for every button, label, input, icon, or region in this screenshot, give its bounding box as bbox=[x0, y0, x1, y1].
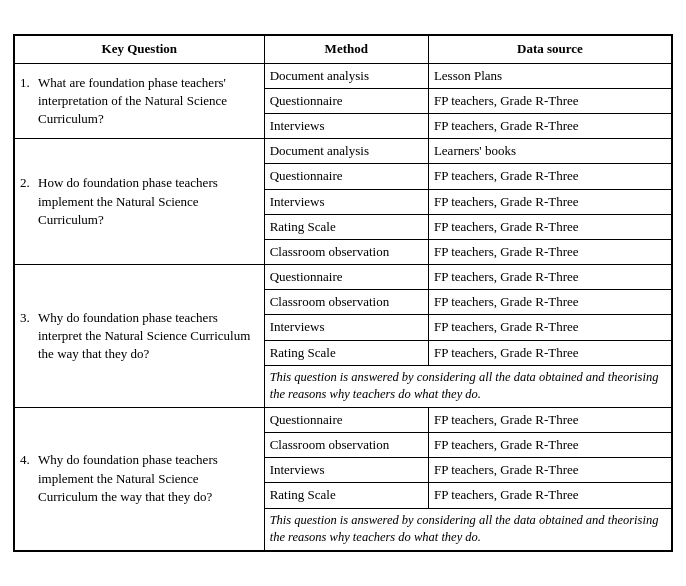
method-cell: Document analysis bbox=[264, 63, 428, 88]
header-key-question: Key Question bbox=[15, 36, 265, 63]
source-cell: FP teachers, Grade R-Three bbox=[428, 433, 671, 458]
source-cell: FP teachers, Grade R-Three bbox=[428, 189, 671, 214]
header-method: Method bbox=[264, 36, 428, 63]
method-cell: Questionnaire bbox=[264, 265, 428, 290]
source-cell: FP teachers, Grade R-Three bbox=[428, 340, 671, 365]
method-cell: Questionnaire bbox=[264, 407, 428, 432]
method-cell: Interviews bbox=[264, 113, 428, 138]
source-cell: Lesson Plans bbox=[428, 63, 671, 88]
method-cell: Classroom observation bbox=[264, 290, 428, 315]
source-cell: FP teachers, Grade R-Three bbox=[428, 214, 671, 239]
main-table-wrapper: Key Question Method Data source 1.What a… bbox=[13, 34, 673, 551]
source-cell: FP teachers, Grade R-Three bbox=[428, 88, 671, 113]
note-cell: This question is answered by considering… bbox=[264, 365, 671, 407]
method-cell: Rating Scale bbox=[264, 340, 428, 365]
source-cell: FP teachers, Grade R-Three bbox=[428, 483, 671, 508]
method-cell: Interviews bbox=[264, 458, 428, 483]
source-cell: FP teachers, Grade R-Three bbox=[428, 407, 671, 432]
table-row: 4.Why do foundation phase teachers imple… bbox=[15, 407, 672, 432]
method-cell: Questionnaire bbox=[264, 164, 428, 189]
key-question-4: 4.Why do foundation phase teachers imple… bbox=[15, 407, 265, 550]
source-cell: FP teachers, Grade R-Three bbox=[428, 290, 671, 315]
note-cell: This question is answered by considering… bbox=[264, 508, 671, 550]
method-cell: Classroom observation bbox=[264, 239, 428, 264]
table-row: 3.Why do foundation phase teachers inter… bbox=[15, 265, 672, 290]
method-cell: Rating Scale bbox=[264, 483, 428, 508]
source-cell: FP teachers, Grade R-Three bbox=[428, 164, 671, 189]
source-cell: FP teachers, Grade R-Three bbox=[428, 265, 671, 290]
source-cell: FP teachers, Grade R-Three bbox=[428, 239, 671, 264]
table-row: 1.What are foundation phase teachers' in… bbox=[15, 63, 672, 88]
key-question-3: 3.Why do foundation phase teachers inter… bbox=[15, 265, 265, 408]
method-cell: Document analysis bbox=[264, 139, 428, 164]
header-data-source: Data source bbox=[428, 36, 671, 63]
source-cell: Learners' books bbox=[428, 139, 671, 164]
source-cell: FP teachers, Grade R-Three bbox=[428, 458, 671, 483]
key-question-1: 1.What are foundation phase teachers' in… bbox=[15, 63, 265, 139]
method-cell: Questionnaire bbox=[264, 88, 428, 113]
method-cell: Interviews bbox=[264, 189, 428, 214]
source-cell: FP teachers, Grade R-Three bbox=[428, 315, 671, 340]
method-cell: Interviews bbox=[264, 315, 428, 340]
table-row: 2.How do foundation phase teachers imple… bbox=[15, 139, 672, 164]
method-cell: Rating Scale bbox=[264, 214, 428, 239]
method-cell: Classroom observation bbox=[264, 433, 428, 458]
source-cell: FP teachers, Grade R-Three bbox=[428, 113, 671, 138]
key-question-2: 2.How do foundation phase teachers imple… bbox=[15, 139, 265, 265]
